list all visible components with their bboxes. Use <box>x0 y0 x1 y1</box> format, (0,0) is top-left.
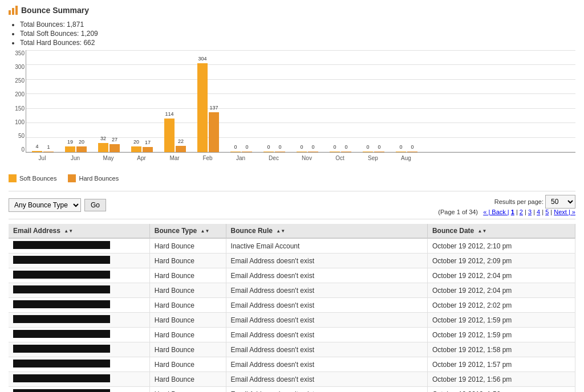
table-row: Hard BounceEmail Address doesn't existOc… <box>9 298 575 313</box>
table-row: Hard BounceEmail Address doesn't existOc… <box>9 283 575 298</box>
pagination-page-2[interactable]: 2 <box>520 209 523 215</box>
pagination-page-5[interactable]: 5 <box>545 209 549 215</box>
redacted-email <box>13 285 110 293</box>
cell-bounce-rule-9: Email Address doesn't exist <box>226 372 427 387</box>
cell-bounce-type-5: Hard Bounce <box>149 313 226 328</box>
sort-date[interactable]: ▲▼ <box>478 229 487 234</box>
go-button[interactable]: Go <box>84 199 106 211</box>
cell-bounce-date-9: October 19 2012, 1:56 pm <box>427 372 575 387</box>
table-row: Hard BounceEmail Address doesn't existOc… <box>9 372 575 387</box>
redacted-email <box>13 300 110 308</box>
sort-rule[interactable]: ▲▼ <box>276 229 285 234</box>
total-soft-bounces: Total Soft Bounces: 1,209 <box>20 30 575 38</box>
cell-bounce-type-10: Hard Bounce <box>149 387 226 393</box>
chart-wrapper: 350 300 250 200 150 100 50 0 <box>9 50 575 182</box>
redacted-email <box>13 330 110 338</box>
redacted-email <box>13 315 110 323</box>
x-label-0: Jul <box>26 155 59 161</box>
bar-hard-7: 0 <box>275 152 285 152</box>
redacted-email <box>13 271 110 279</box>
bar-hard-4: 22 <box>176 146 186 152</box>
results-select[interactable]: 50 25 100 <box>545 195 575 209</box>
pagination-next[interactable]: Next | » <box>554 209 575 215</box>
cell-email-3 <box>9 283 149 298</box>
cell-email-6 <box>9 328 149 342</box>
legend-soft-color <box>9 174 17 182</box>
bar-soft-1: 19 <box>65 146 75 152</box>
cell-bounce-date-6: October 19 2012, 1:59 pm <box>427 328 575 342</box>
pagination-page-3[interactable]: 3 <box>528 209 532 215</box>
col-header-rule: Bounce Rule ▲▼ <box>226 224 427 238</box>
redacted-email <box>13 256 110 264</box>
bar-soft-11: 0 <box>396 152 406 152</box>
table-row: Hard BounceEmail Address doesn't existOc… <box>9 328 575 342</box>
chart-container: 350 300 250 200 150 100 50 0 <box>26 50 575 170</box>
legend-hard-color <box>68 174 76 182</box>
chart-col-may: 3227 <box>92 50 125 152</box>
cell-bounce-date-0: October 19 2012, 2:10 pm <box>427 238 575 254</box>
bar-soft-5: 304 <box>197 63 208 152</box>
redacted-email <box>13 389 110 392</box>
redacted-email <box>13 360 110 368</box>
results-per-page: Results per page: 50 25 100 <box>494 195 575 209</box>
pagination: « | Back | 1 | 2 | 3 | 4 | 5 | Next | » <box>483 209 575 215</box>
cell-bounce-rule-1: Email Address doesn't exist <box>226 254 427 268</box>
summary-section: Total Bounces: 1,871 Total Soft Bounces:… <box>9 21 575 47</box>
cell-bounce-rule-8: Email Address doesn't exist <box>226 357 427 372</box>
table-header-row: Email Address ▲▼ Bounce Type ▲▼ Bounce R… <box>9 224 575 238</box>
chart-bars-area: 4119203227201711422304137000000000000 <box>26 50 575 153</box>
col-header-type: Bounce Type ▲▼ <box>149 224 226 238</box>
cell-email-2 <box>9 268 149 283</box>
controls-left: Any Bounce Type Soft Bounce Hard Bounce … <box>9 198 106 212</box>
x-label-7: Dec <box>257 155 290 161</box>
cell-bounce-date-8: October 19 2012, 1:57 pm <box>427 357 575 372</box>
cell-bounce-type-9: Hard Bounce <box>149 372 226 387</box>
pagination-page-1[interactable]: 1 <box>511 209 514 215</box>
bounce-type-select[interactable]: Any Bounce Type Soft Bounce Hard Bounce <box>9 198 81 212</box>
bar-soft-4: 114 <box>164 119 175 152</box>
cell-bounce-rule-5: Email Address doesn't exist <box>226 313 427 328</box>
cell-bounce-rule-7: Email Address doesn't exist <box>226 342 427 357</box>
cell-bounce-date-3: October 19 2012, 2:04 pm <box>427 283 575 298</box>
cell-bounce-rule-0: Inactive Email Account <box>226 238 427 254</box>
x-label-2: May <box>92 155 125 161</box>
bar-soft-8: 0 <box>297 152 307 152</box>
sort-email[interactable]: ▲▼ <box>64 229 73 234</box>
cell-bounce-type-0: Hard Bounce <box>149 238 226 254</box>
cell-bounce-date-10: October 19 2012, 1:56 pm <box>427 387 575 393</box>
controls-right: Results per page: 50 25 100 (Page 1 of 3… <box>438 195 575 215</box>
cell-bounce-type-7: Hard Bounce <box>149 342 226 357</box>
table-row: Hard BounceEmail Address doesn't existOc… <box>9 357 575 372</box>
pagination-back[interactable]: « | Back | <box>483 209 509 215</box>
chart-col-dec: 00 <box>258 50 291 152</box>
sort-type[interactable]: ▲▼ <box>201 229 210 234</box>
chart-col-oct: 00 <box>324 50 357 152</box>
chart-col-feb: 304137 <box>192 50 225 152</box>
x-label-1: Jun <box>59 155 92 161</box>
table-row: Hard BounceEmail Address doesn't existOc… <box>9 313 575 328</box>
redacted-email <box>13 374 110 382</box>
x-label-6: Jan <box>224 155 257 161</box>
chart-icon <box>9 6 18 15</box>
cell-email-4 <box>9 298 149 313</box>
chart-col-apr: 2017 <box>125 50 159 152</box>
redacted-email <box>13 345 110 353</box>
col-header-email: Email Address ▲▼ <box>9 224 149 238</box>
cell-bounce-type-1: Hard Bounce <box>149 254 226 268</box>
x-label-5: Feb <box>191 155 224 161</box>
cell-email-8 <box>9 357 149 372</box>
chart-col-jun: 1920 <box>59 50 92 152</box>
x-label-9: Oct <box>323 155 356 161</box>
chart-x-labels: JulJunMayAprMarFebJanDecNovOctSepAug <box>26 155 575 161</box>
chart-col-jul: 41 <box>26 50 59 152</box>
bar-soft-6: 0 <box>230 152 241 152</box>
cell-bounce-rule-6: Email Address doesn't exist <box>226 328 427 342</box>
cell-bounce-rule-4: Email Address doesn't exist <box>226 298 427 313</box>
bar-hard-2: 27 <box>110 144 120 152</box>
table-row: Hard BounceEmail Address doesn't existOc… <box>9 254 575 268</box>
cell-email-1 <box>9 254 149 268</box>
bar-hard-3: 17 <box>143 147 153 152</box>
pagination-page-4[interactable]: 4 <box>537 209 540 215</box>
cell-email-7 <box>9 342 149 357</box>
cell-bounce-date-1: October 19 2012, 2:09 pm <box>427 254 575 268</box>
